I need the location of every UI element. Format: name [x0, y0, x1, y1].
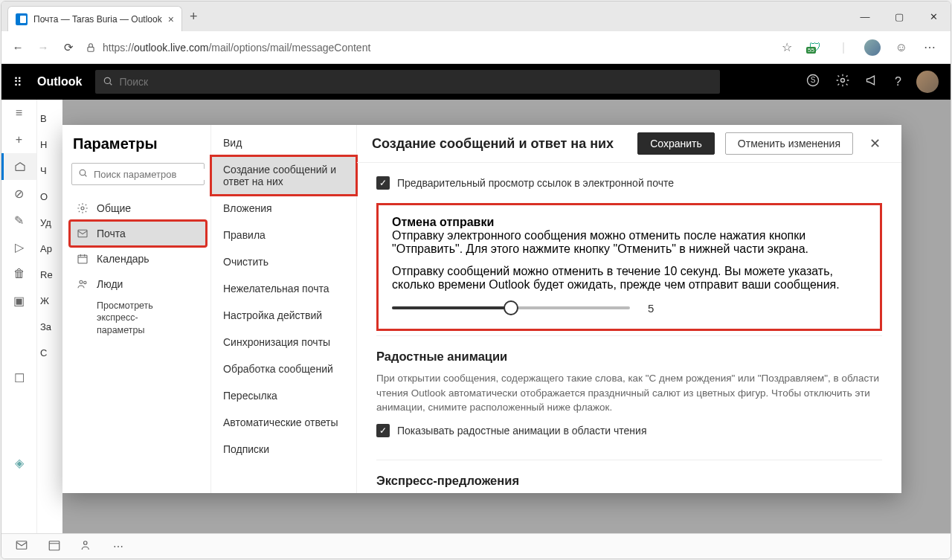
rail-sent-icon[interactable]: ▷	[1, 234, 36, 260]
svg-point-19	[84, 541, 88, 545]
skype-icon[interactable]: S	[805, 73, 820, 91]
svg-line-2	[110, 83, 112, 85]
settings-title: Параметры	[70, 135, 206, 163]
sub-junk[interactable]: Нежелательная почта	[211, 275, 356, 302]
more-menu-icon[interactable]: ⋯	[922, 40, 937, 55]
back-button[interactable]: ←	[9, 41, 27, 54]
tab-close-icon[interactable]: ×	[168, 13, 174, 25]
nav-people[interactable]: Люди	[70, 271, 206, 297]
sub-forward[interactable]: Пересылка	[211, 382, 356, 409]
nav-label: Люди	[97, 278, 123, 290]
extension-icon[interactable]: 🛡55	[808, 40, 823, 55]
svg-rect-0	[88, 47, 94, 51]
settings-sub-nav: Вид Создание сообщений и ответ на них Вл…	[211, 125, 357, 493]
browser-window: Почта — Taras Buria — Outlook × + — ▢ ✕ …	[1, 1, 951, 559]
folder-label: C	[37, 340, 62, 366]
joyful-animations-section: Радостные анимации При открытии сообщени…	[376, 335, 882, 460]
settings-primary-nav: Параметры Общие Почта Календарь	[62, 125, 211, 493]
svg-rect-9	[78, 230, 87, 236]
undo-slider-row: 5	[392, 300, 866, 315]
nav-mail[interactable]: Почта	[70, 221, 206, 246]
help-icon[interactable]: ?	[895, 75, 901, 88]
settings-search[interactable]	[71, 163, 205, 185]
refresh-button[interactable]: ⟳	[60, 41, 77, 54]
sub-view[interactable]: Вид	[211, 129, 356, 156]
nav-label: Календарь	[97, 253, 149, 265]
sub-subscriptions[interactable]: Подписки	[211, 436, 356, 463]
nav-label: Общие	[97, 202, 131, 214]
svg-point-6	[80, 170, 86, 176]
minimize-button[interactable]: —	[848, 4, 882, 29]
calendar-module-icon[interactable]	[48, 538, 61, 554]
app-body: ≡ + ⊘ ✎ ▷ 🗑 ▣ ☐ ◈ В Н Ч О Уд Ар Re Ж За …	[1, 100, 951, 533]
mail-icon	[76, 227, 89, 240]
folder-label: Уд	[37, 210, 62, 236]
sub-actions[interactable]: Настройка действий	[211, 302, 356, 329]
user-avatar[interactable]	[916, 71, 939, 93]
forward-button[interactable]: →	[34, 41, 52, 54]
megaphone-icon[interactable]	[865, 73, 880, 91]
rail-notes-icon[interactable]: ☐	[1, 364, 36, 391]
more-module-icon[interactable]: ⋯	[113, 541, 123, 553]
sub-auto-reply[interactable]: Автоматические ответы	[211, 409, 356, 436]
tab-title: Почта — Taras Buria — Outlook	[33, 14, 162, 25]
rail-trash-icon[interactable]: 🗑	[1, 260, 36, 287]
rail-junk-icon[interactable]: ⊘	[1, 180, 36, 207]
people-module-icon[interactable]	[80, 538, 94, 554]
nav-calendar[interactable]: Календарь	[70, 246, 206, 271]
brand-label: Outlook	[37, 75, 82, 88]
rail-menu-icon[interactable]: ≡	[1, 100, 36, 126]
sub-sync[interactable]: Синхронизация почты	[211, 329, 356, 355]
rail-plus-icon[interactable]: +	[1, 126, 36, 153]
joy-checkbox-label: Показывать радостные анимации в области …	[397, 425, 647, 437]
svg-point-1	[105, 77, 111, 83]
module-switcher: ⋯	[1, 533, 951, 559]
settings-search-input[interactable]	[94, 169, 219, 180]
profile-avatar[interactable]	[864, 39, 881, 56]
link-preview-label: Предварительный просмотр ссылок в электр…	[397, 177, 674, 189]
rail-drafts-icon[interactable]: ✎	[1, 207, 36, 234]
undo-title: Отмена отправки	[392, 216, 866, 229]
feedback-icon[interactable]: ☺	[894, 40, 909, 55]
joy-title: Радостные анимации	[376, 350, 882, 371]
mail-module-icon[interactable]	[15, 538, 28, 554]
sub-rules[interactable]: Правила	[211, 222, 356, 248]
folder-label: Н	[37, 132, 62, 158]
close-modal-icon[interactable]: ✕	[863, 132, 887, 155]
rail-archive-icon[interactable]: ▣	[1, 287, 36, 314]
sub-handling[interactable]: Обработка сообщений	[211, 355, 356, 382]
checkbox-joyful-animations[interactable]: ✓	[376, 424, 390, 437]
browser-tab[interactable]: Почта — Taras Buria — Outlook ×	[7, 6, 182, 31]
app-launcher-icon[interactable]: ⠿	[13, 75, 24, 89]
gear-icon	[76, 202, 89, 215]
checkbox-link-preview[interactable]: ✓	[376, 176, 390, 190]
folder-label: Re	[37, 262, 62, 288]
browser-titlebar: Почта — Taras Buria — Outlook × + — ▢ ✕	[1, 1, 951, 31]
search-icon	[103, 76, 113, 88]
sub-compose[interactable]: Создание сообщений и ответ на них	[211, 156, 356, 195]
slider-thumb[interactable]	[504, 300, 518, 315]
calendar-icon	[76, 252, 89, 265]
nav-general[interactable]: Общие	[70, 196, 206, 221]
svg-point-15	[84, 281, 86, 283]
sub-sweep[interactable]: Очистить	[211, 248, 356, 275]
address-bar: ← → ⟳ https://outlook.live.com/mail/opti…	[1, 31, 951, 64]
svg-line-7	[85, 175, 86, 176]
sub-attachments[interactable]: Вложения	[211, 195, 356, 222]
cancel-button[interactable]: Отменить изменения	[725, 132, 853, 155]
settings-gear-icon[interactable]	[835, 73, 850, 91]
url-box[interactable]: https://outlook.live.com/mail/options/ma…	[85, 42, 772, 54]
nav-express-settings[interactable]: Просмотреть экспресс- параметры	[70, 297, 206, 336]
save-button[interactable]: Сохранить	[637, 132, 715, 155]
outlook-search[interactable]	[95, 70, 720, 94]
rail-premium-icon[interactable]: ◈	[1, 449, 36, 476]
svg-point-5	[841, 79, 845, 83]
left-rail: ≡ + ⊘ ✎ ▷ 🗑 ▣ ☐ ◈	[1, 100, 37, 533]
close-window-button[interactable]: ✕	[916, 4, 951, 29]
search-input[interactable]	[119, 76, 713, 88]
favorite-icon[interactable]: ☆	[779, 40, 794, 55]
maximize-button[interactable]: ▢	[882, 4, 916, 29]
undo-delay-slider[interactable]	[392, 300, 630, 315]
rail-inbox-icon[interactable]	[1, 153, 36, 180]
new-tab-button[interactable]: +	[182, 9, 205, 25]
